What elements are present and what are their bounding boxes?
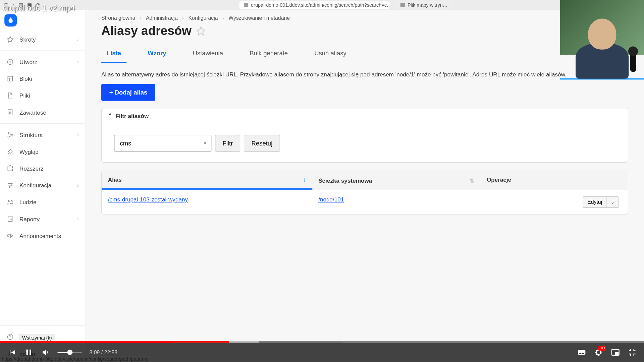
layout-icon: [6, 75, 14, 83]
tab-label: Plik mapy witryn…: [408, 2, 447, 8]
chevron-right-icon: ›: [77, 59, 79, 65]
hd-badge: HD: [598, 346, 606, 351]
sidebar-item-zawartość[interactable]: Zawartość: [0, 104, 85, 121]
sidebar-item-pliki[interactable]: Pliki: [0, 87, 85, 104]
svg-point-10: [11, 200, 12, 202]
chevron-right-icon: ›: [77, 36, 79, 42]
tree-icon: [6, 131, 14, 139]
miniplayer-icon[interactable]: [610, 348, 620, 357]
edit-label: Edytuj: [583, 197, 606, 207]
progress-track[interactable]: [0, 341, 644, 343]
subtitles-icon[interactable]: [577, 348, 587, 357]
drupal-logo-icon[interactable]: [4, 14, 17, 26]
sidebar-item-wygląd[interactable]: Wygląd: [0, 143, 85, 160]
microphone-icon: [630, 51, 636, 72]
doc-icon: [6, 108, 14, 116]
help-icon: [6, 333, 14, 341]
alias-link[interactable]: /cms-drupal-103-zostal-wydany: [108, 196, 188, 203]
sidebar-item-rozszerz[interactable]: Rozszerz: [0, 160, 85, 177]
time-display: 8:09 / 22:58: [89, 349, 117, 355]
settings-icon[interactable]: HD: [594, 348, 603, 357]
breadcrumb: Strona główna › Administracja › Konfigur…: [101, 15, 628, 21]
sidebar-item-label: Pliki: [19, 92, 79, 99]
chevron-up-icon: ˄: [109, 113, 112, 119]
crumb[interactable]: Konfiguracja: [189, 15, 218, 21]
sidebar-item-label: Konfiguracja: [19, 182, 72, 189]
megaphone-icon: [6, 232, 14, 240]
star-icon: [6, 36, 14, 44]
favicon-icon: [400, 3, 405, 7]
tab-lista[interactable]: Lista: [101, 45, 126, 63]
sidebar-item-utwórz[interactable]: Utwórz›: [0, 54, 85, 70]
file-icon: [6, 92, 14, 100]
alias-table: Alias ↓ Ścieżka systemowa ⇅ Operacje /cm…: [101, 171, 628, 215]
svg-rect-16: [582, 353, 584, 354]
table-row: /cms-drupal-103-zostal-wydany/node/101Ed…: [102, 190, 628, 214]
prev-icon[interactable]: [7, 348, 17, 357]
svg-point-4: [8, 136, 9, 137]
sidebar-item-bloki[interactable]: Bloki: [0, 70, 85, 87]
crumb[interactable]: Strona główna: [101, 15, 135, 21]
sort-desc-icon: ↓: [303, 176, 306, 183]
crumb[interactable]: Wyszukiwanie i metadane: [228, 15, 290, 21]
sidebar-item-ludzie[interactable]: Ludzie: [0, 194, 85, 210]
sidebar-item-skróty[interactable]: Skróty›: [0, 31, 85, 48]
reset-button[interactable]: Resetuj: [244, 135, 280, 152]
sidebar-item-struktura[interactable]: Struktura›: [0, 126, 85, 143]
sidebar-item-label: Utwórz: [19, 59, 72, 65]
chevron-right-icon: ›: [222, 15, 224, 21]
favorite-star-icon[interactable]: [196, 26, 206, 36]
pause-icon[interactable]: [24, 348, 34, 357]
svg-point-9: [8, 200, 10, 202]
sidebar-item-label: Ludzie: [19, 199, 79, 205]
chevron-right-icon: ›: [77, 182, 79, 188]
puzzle-icon: [6, 165, 14, 173]
sidebar-item-label: Struktura: [19, 131, 72, 138]
page-description: Alias to alternatywny adres do istniejąc…: [101, 71, 628, 78]
exit-fullscreen-icon[interactable]: [627, 348, 637, 357]
system-path-link[interactable]: /node/101: [318, 196, 344, 203]
volume-icon[interactable]: [41, 348, 50, 357]
sidebar-item-label: Announcements: [19, 232, 79, 239]
tab-wzory[interactable]: Wzory: [142, 45, 171, 63]
clear-input-icon[interactable]: ✕: [203, 140, 207, 146]
sidebar-item-announcements[interactable]: Announcements: [0, 227, 85, 244]
plus-circle-icon: [6, 58, 14, 66]
filter-panel: ˄ Filtr aliasów ✕ Filtr Resetuj: [101, 108, 628, 163]
chevron-right-icon: ›: [140, 15, 141, 21]
chevron-right-icon: ›: [77, 216, 79, 222]
filter-button[interactable]: Filtr: [215, 135, 240, 152]
crumb[interactable]: Administracja: [146, 15, 178, 21]
filter-toggle[interactable]: ˄ Filtr aliasów: [102, 108, 628, 124]
sort-icon: ⇅: [470, 177, 475, 184]
sidebar-item-label: Rozszerz: [19, 165, 79, 172]
sidebar-item-raporty[interactable]: Raporty›: [0, 210, 85, 227]
sidebar-item-konfiguracja[interactable]: Konfiguracja›: [0, 177, 85, 194]
svg-point-5: [11, 134, 13, 136]
col-header-system[interactable]: Ścieżka systemowa ⇅: [312, 171, 481, 189]
svg-point-3: [8, 132, 9, 134]
page-title: Aliasy adresów: [101, 24, 192, 38]
table-header-row: Alias ↓ Ścieżka systemowa ⇅ Operacje: [102, 171, 628, 189]
volume-thumb[interactable]: [67, 350, 72, 355]
browser-tab-active[interactable]: drupal-demo-001.ddev.site/admin/config/s…: [239, 1, 390, 8]
tab-bulk-generate[interactable]: Bulk generate: [244, 45, 293, 63]
users-icon: [6, 198, 14, 206]
tab-ustawienia[interactable]: Ustawienia: [187, 45, 228, 63]
chevron-down-icon[interactable]: ⌄: [606, 197, 619, 207]
sidebar-item-label: Zawartość: [19, 109, 79, 116]
volume-slider[interactable]: [57, 352, 82, 353]
sidebar-item-label: Bloki: [19, 75, 79, 82]
filter-title: Filtr aliasów: [115, 113, 149, 119]
col-header-alias[interactable]: Alias ↓: [102, 171, 312, 189]
tab-usuń-aliasy[interactable]: Usuń aliasy: [309, 45, 352, 63]
tab-label: drupal-demo-001.ddev.site/admin/config/s…: [251, 2, 390, 8]
filter-input[interactable]: [114, 135, 211, 152]
add-alias-button[interactable]: + Dodaj alias: [101, 84, 155, 101]
browser-tab[interactable]: Plik mapy witryn…: [396, 1, 452, 8]
browser-tab-bar: ▢ ‹ ▤ ▣ ⟳ drupal-demo-001.ddev.site/admi…: [0, 0, 644, 10]
col-label: Alias: [108, 176, 122, 183]
favicon-icon: [244, 3, 248, 7]
col-header-ops: Operacje: [481, 171, 628, 189]
edit-dropdown-button[interactable]: Edytuj⌄: [583, 196, 619, 208]
